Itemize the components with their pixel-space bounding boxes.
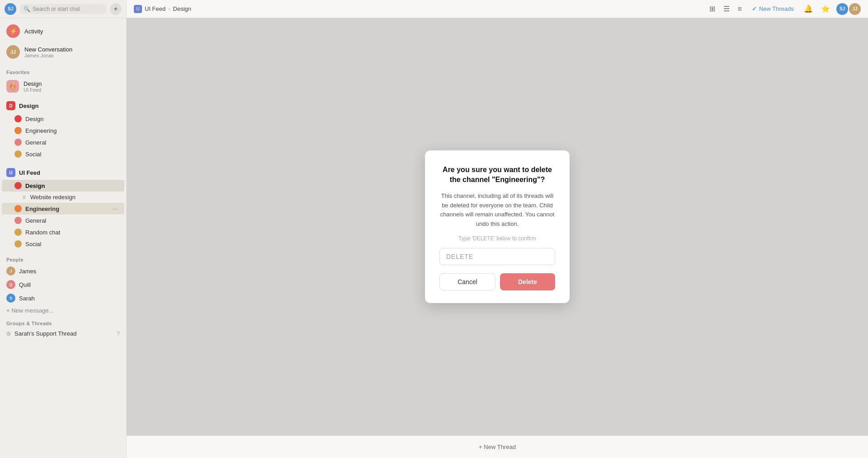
modal-overlay: Are you sure you want to delete the chan… [127, 18, 868, 435]
sidebar-item-design-channel[interactable]: Design [2, 113, 124, 125]
new-conv-title: New Conversation [24, 46, 72, 53]
topbar-user-avatar-2[interactable]: JJ [849, 3, 861, 15]
new-conversation-item[interactable]: JJ New Conversation James Jonas [0, 42, 126, 62]
channel-dot [14, 150, 22, 158]
design-workspace-name: Design [19, 103, 38, 109]
grid-view-button[interactable]: ⊞ [708, 3, 717, 15]
channel-name: Engineering [25, 127, 118, 134]
delete-channel-modal: Are you sure you want to delete the chan… [425, 150, 570, 303]
groups-threads-label: Groups & Threads [0, 316, 126, 328]
new-threads-label: New Threads [759, 5, 794, 12]
new-item-button[interactable]: + [110, 3, 122, 15]
new-message-item[interactable]: + New message... [0, 305, 126, 316]
james-avatar: J [6, 266, 15, 276]
new-threads-button[interactable]: ✓ New Threads [748, 4, 797, 14]
people-label: People [0, 252, 126, 264]
star-icon[interactable]: ⭐ [819, 3, 832, 15]
uifeed-workspace-name: UI Feed [19, 169, 40, 176]
bell-icon[interactable]: 🔔 [802, 3, 815, 15]
search-icon: 🔍 [24, 6, 30, 12]
sidebar-item-engineering-channel[interactable]: Engineering [2, 125, 124, 136]
breadcrumb-separator: › [168, 5, 170, 12]
quill-name: Quill [19, 281, 31, 288]
sidebar-item-uifeed-engineering[interactable]: Engineering ··· [2, 203, 124, 215]
menu-button[interactable]: ≡ [736, 3, 744, 15]
sidebar-item-social-channel[interactable]: Social [2, 148, 124, 160]
channel-name: Design [25, 182, 118, 189]
new-conv-text: New Conversation James Jonas [24, 46, 72, 58]
main-content-area: U UI Feed › Design ⊞ ☰ ≡ ✓ New Threads 🔔… [127, 0, 868, 458]
quill-avatar: Q [6, 280, 15, 289]
delete-button[interactable]: Delete [500, 273, 555, 290]
modal-title: Are you sure you want to delete the chan… [439, 165, 555, 185]
workspace-icon: U [134, 5, 142, 13]
modal-body: This channel, including all of its threa… [439, 192, 555, 229]
channel-dot [14, 139, 22, 146]
channel-name: General [25, 217, 118, 224]
channel-name: General [25, 139, 118, 146]
breadcrumb: U UI Feed › Design [134, 5, 704, 13]
new-conv-subtitle: James Jonas [24, 53, 72, 58]
sarah-name: Sarah [19, 295, 35, 302]
more-options-icon[interactable]: ··· [113, 205, 118, 212]
topbar-actions: ⊞ ☰ ≡ ✓ New Threads 🔔 ⭐ SJ JJ [708, 3, 861, 15]
channel-name: Random chat [25, 229, 118, 236]
sidebar: SJ 🔍 Search or start chat + ⚡ Activity J… [0, 0, 127, 458]
uifeed-workspace: U UI Feed Design # Website redesign Engi… [0, 163, 126, 252]
sidebar-item-random-chat[interactable]: Random chat [2, 226, 124, 238]
sidebar-header: SJ 🔍 Search or start chat + [0, 0, 126, 18]
sarah-avatar: S [6, 294, 15, 303]
activity-item[interactable]: ⚡ Activity [0, 21, 126, 42]
thread-dot-icon [6, 332, 11, 336]
thread-question-icon: ? [117, 330, 120, 337]
design-workspace-badge: D [6, 101, 15, 110]
channel-dot [14, 217, 22, 224]
new-thread-button[interactable]: + New Thread [472, 441, 522, 453]
channel-dot [14, 240, 22, 248]
favorites-subtitle: UI Feed [24, 87, 42, 93]
bottom-bar: + New Thread [127, 435, 868, 458]
topbar-user-avatar-1[interactable]: SJ [836, 3, 848, 15]
channel-name: Website redesign [30, 194, 118, 201]
channel-name: Design [25, 116, 118, 122]
list-view-button[interactable]: ☰ [722, 3, 731, 15]
delete-confirm-input[interactable] [439, 248, 555, 265]
channel-dot [14, 115, 22, 122]
checkmark-icon: ✓ [752, 5, 757, 12]
favorites-design-item[interactable]: 🎨 Design UI Feed [0, 77, 126, 96]
new-message-label: + New message... [6, 307, 53, 314]
favorites-label: Favorites [0, 65, 126, 77]
sidebar-item-uifeed-design[interactable]: Design [2, 180, 124, 192]
new-conv-avatar: JJ [6, 45, 20, 59]
modal-hint: Type 'DELETE' below to confirm [458, 235, 536, 242]
favorites-icon: 🎨 [6, 80, 19, 93]
modal-actions: Cancel Delete [439, 273, 555, 290]
uifeed-workspace-badge: U [6, 168, 15, 177]
channel-hash-icon: # [23, 194, 26, 201]
favorites-title: Design [24, 80, 42, 87]
favorites-text: Design UI Feed [24, 80, 42, 93]
sidebar-item-website-redesign[interactable]: # Website redesign [2, 192, 124, 203]
james-name: James [19, 268, 36, 275]
design-workspace: D Design Design Engineering General Soci… [0, 96, 126, 163]
sidebar-item-sarahs-thread[interactable]: Sarah's Support Thread ? [0, 328, 126, 339]
sidebar-item-uifeed-general[interactable]: General [2, 215, 124, 226]
search-bar[interactable]: 🔍 Search or start chat [20, 4, 106, 14]
activity-section: ⚡ Activity JJ New Conversation James Jon… [0, 18, 126, 65]
search-placeholder: Search or start chat [33, 6, 80, 12]
sidebar-item-uifeed-social[interactable]: Social [2, 238, 124, 250]
channel-name: Engineering [25, 206, 109, 212]
thread-name: Sarah's Support Thread [14, 330, 113, 337]
breadcrumb-workspace: UI Feed [145, 5, 165, 12]
topbar: U UI Feed › Design ⊞ ☰ ≡ ✓ New Threads 🔔… [127, 0, 868, 18]
channel-dot [14, 229, 22, 236]
sidebar-item-general-channel[interactable]: General [2, 136, 124, 148]
user-avatar[interactable]: SJ [5, 3, 16, 15]
sidebar-item-james[interactable]: J James [0, 264, 126, 278]
cancel-button[interactable]: Cancel [439, 273, 495, 290]
channel-dot [14, 127, 22, 134]
sidebar-item-sarah[interactable]: S Sarah [0, 291, 126, 305]
main-body: Are you sure you want to delete the chan… [127, 18, 868, 435]
channel-dot [14, 205, 22, 212]
sidebar-item-quill[interactable]: Q Quill [0, 278, 126, 291]
